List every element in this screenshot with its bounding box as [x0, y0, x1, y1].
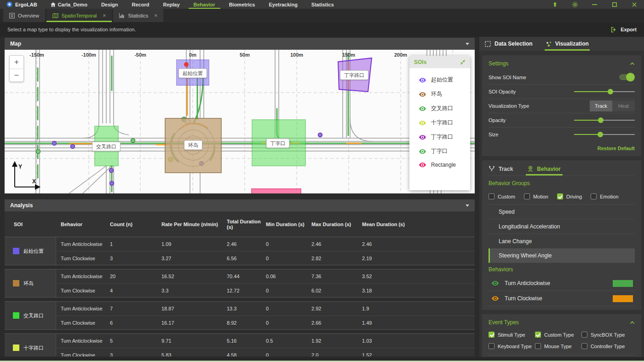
- heat-option-button[interactable]: Heat: [612, 100, 635, 111]
- export-button[interactable]: Export: [611, 27, 637, 33]
- checkbox-syncbox-type[interactable]: SyncBOX Type: [581, 332, 635, 338]
- table-row[interactable]: Turn Anticlockwise 7 18.87 13.3 0 2.92 1…: [56, 302, 475, 315]
- slider-thumb[interactable]: [598, 117, 604, 123]
- checkbox-icon[interactable]: [535, 343, 541, 349]
- checkbox-icon[interactable]: [581, 332, 587, 338]
- menu-item-project[interactable]: Carla_Demo: [44, 0, 94, 9]
- checkbox-icon[interactable]: [489, 343, 494, 349]
- visibility-eye-icon[interactable]: [419, 106, 426, 111]
- checkbox-icon[interactable]: [524, 193, 530, 199]
- behavior-color-swatch[interactable]: [613, 280, 633, 287]
- checkbox-motion[interactable]: Motion: [524, 193, 548, 199]
- checkbox-controller-type[interactable]: Controller Type: [581, 343, 635, 349]
- tab-close-icon[interactable]: ×: [103, 12, 106, 19]
- visibility-eye-icon[interactable]: [419, 77, 426, 83]
- cell-total: 70.44: [222, 274, 261, 279]
- map-canvas[interactable]: -150m -100m -50m 0m 50m 100m 150m 200m 起…: [5, 50, 475, 193]
- visibility-eye-icon[interactable]: [419, 149, 426, 154]
- table-row[interactable]: Turn Anticlockwise 20 16.52 70.44 0.06 7…: [56, 269, 475, 283]
- maximize-button[interactable]: [604, 0, 624, 9]
- slider-thumb[interactable]: [598, 132, 603, 137]
- soi-legend-item[interactable]: 丁字口: [409, 144, 470, 158]
- table-row[interactable]: Turn Clockwise 4 3.3 12.72 0 6.02 3.18: [56, 283, 475, 297]
- cell-max: 2.46: [307, 241, 357, 247]
- soi-legend-item[interactable]: Rectangle: [409, 158, 470, 171]
- table-row[interactable]: Turn Clockwise 6 16.17 8.92 0 2.66 1.49: [56, 315, 475, 329]
- checkbox-stimuli-type[interactable]: Stimuli Type: [489, 332, 535, 338]
- soi-legend-item[interactable]: 十字路口: [409, 116, 470, 130]
- menu-item-behavior[interactable]: Behavior: [187, 0, 222, 9]
- visibility-eye-icon[interactable]: [491, 296, 499, 301]
- slider-thumb[interactable]: [608, 89, 613, 94]
- list-item-speed[interactable]: Speed: [489, 204, 635, 219]
- tab-behavior[interactable]: Behavior: [528, 162, 560, 175]
- chevron-up-icon[interactable]: [630, 62, 635, 65]
- soi-opacity-slider[interactable]: [574, 88, 635, 95]
- checkbox-driving[interactable]: Driving: [557, 193, 582, 199]
- behavior-turn-anticlockwise[interactable]: Turn Anticlockwise: [489, 276, 635, 291]
- upload-button[interactable]: [545, 0, 565, 9]
- sois-panel-header[interactable]: SOIs: [409, 56, 470, 68]
- visibility-eye-icon[interactable]: [419, 162, 426, 168]
- analysis-panel-header[interactable]: Analysis: [5, 199, 475, 211]
- zoom-in-button[interactable]: +: [10, 56, 23, 69]
- list-item-steering-wheel-angle[interactable]: Steering Wheel Angle: [489, 248, 635, 263]
- checkbox-keyboard-type[interactable]: Keyboard Type: [489, 343, 535, 349]
- checkbox-icon[interactable]: [535, 332, 541, 338]
- collapse-caret-icon[interactable]: [466, 204, 469, 207]
- settings-button[interactable]: [565, 0, 585, 9]
- menu-item-eyetracking[interactable]: Eyetracking: [262, 0, 304, 9]
- list-item-lane-change[interactable]: Lane Change: [489, 234, 635, 248]
- tab-track[interactable]: Track: [489, 162, 513, 175]
- menu-item-statistics[interactable]: Statistics: [305, 0, 341, 9]
- visibility-eye-icon[interactable]: [491, 280, 499, 286]
- table-row[interactable]: Turn Anticlockwise 5 9.71 5.16 0.5 1.92 …: [56, 334, 475, 348]
- checkbox-icon[interactable]: [557, 193, 563, 199]
- visibility-eye-icon[interactable]: [419, 120, 426, 126]
- table-row[interactable]: Turn Anticlockwise 1 1.09 2.46 0 2.46 2.…: [56, 237, 475, 251]
- checkbox-custom-type[interactable]: Custom Type: [535, 332, 581, 338]
- soi-legend-item[interactable]: 丁字路口: [409, 130, 470, 144]
- tab-overview[interactable]: Overview: [3, 9, 45, 22]
- tab-close-icon[interactable]: ×: [154, 12, 157, 19]
- track-option-button[interactable]: Track: [590, 100, 612, 111]
- tab-statistics[interactable]: Statistics ×: [113, 9, 163, 22]
- table-row[interactable]: Turn Clockwise 3 3.27 6.56 0 2.82 2.19: [56, 251, 475, 265]
- menu-item-biometrics[interactable]: Biometrics: [222, 0, 262, 9]
- restore-default-link[interactable]: Restore Default: [489, 141, 635, 152]
- menu-item-design[interactable]: Design: [94, 0, 125, 9]
- size-slider[interactable]: [574, 131, 635, 138]
- minimize-button[interactable]: [585, 0, 604, 9]
- checkbox-emotion[interactable]: Emotion: [591, 193, 618, 199]
- collapse-panel-icon[interactable]: [460, 59, 466, 65]
- menu-item-record[interactable]: Record: [125, 0, 156, 9]
- list-item-longitudinal-acceleration[interactable]: Longitudinal Acceleration: [489, 219, 635, 234]
- collapse-caret-icon[interactable]: [466, 43, 469, 45]
- table-row[interactable]: Turn Clockwise 3 5.83 4.58 0 2.0 1.52: [56, 348, 475, 356]
- checkbox-custom[interactable]: Custom: [489, 193, 515, 199]
- soi-legend-item[interactable]: 环岛: [409, 87, 470, 101]
- menu-item-replay[interactable]: Replay: [156, 0, 186, 9]
- opacity-slider[interactable]: [574, 117, 635, 123]
- show-soi-name-toggle[interactable]: [619, 74, 634, 80]
- checkbox-icon[interactable]: [581, 343, 587, 349]
- behavior-turn-clockwise[interactable]: Turn Clockwise: [489, 291, 635, 306]
- map-panel-header[interactable]: Map: [5, 38, 475, 50]
- close-button[interactable]: [624, 0, 644, 9]
- tab-data-selection[interactable]: Data Selection: [485, 37, 533, 51]
- event-types-header[interactable]: Event Types: [489, 316, 635, 329]
- visibility-eye-icon[interactable]: [419, 134, 426, 140]
- tab-visualization[interactable]: Visualization: [546, 37, 589, 51]
- checkbox-icon[interactable]: [489, 332, 494, 338]
- visibility-eye-icon[interactable]: [419, 92, 426, 97]
- soi-legend-item[interactable]: 起始位置: [409, 73, 470, 87]
- checkbox-icon[interactable]: [591, 193, 597, 199]
- checkbox-icon[interactable]: [489, 193, 494, 199]
- behavior-color-swatch[interactable]: [613, 295, 633, 302]
- chevron-up-icon[interactable]: [630, 321, 635, 324]
- soi-legend-item[interactable]: 交叉路口: [409, 101, 470, 116]
- checkbox-mouse-type[interactable]: Mouse Type: [535, 343, 581, 349]
- zoom-out-button[interactable]: −: [10, 69, 23, 82]
- tab-spatiotemporal[interactable]: SpatioTemporal ×: [46, 9, 112, 22]
- settings-section-header[interactable]: Settings: [489, 57, 635, 70]
